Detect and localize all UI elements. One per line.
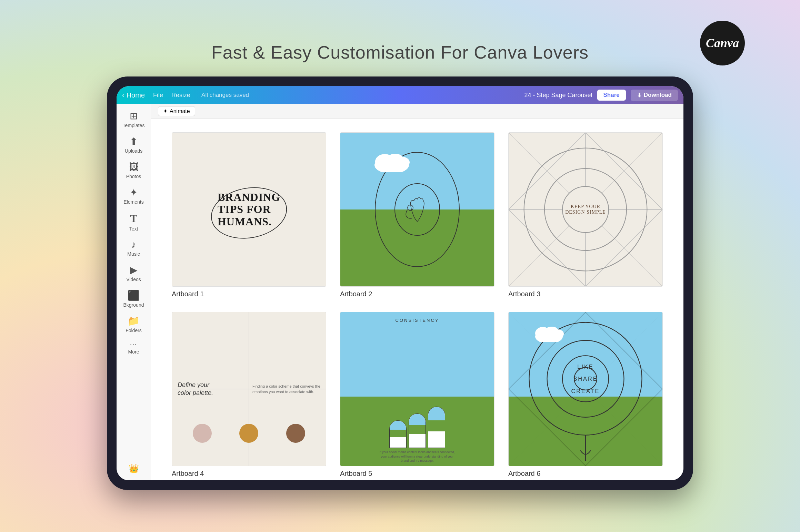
artboard-3-text: KEEP YOURDESIGN SIMPLE [565, 204, 606, 215]
sidebar-item-folders[interactable]: 📁 Folders [119, 313, 148, 336]
text-icon: T [130, 212, 137, 225]
uploads-label: Uploads [125, 148, 142, 154]
folders-icon: 📁 [128, 315, 140, 327]
home-label: Home [127, 91, 145, 99]
main-layout: ⊞ Templates ⬆ Uploads 🖼 Photos ✦ Element… [117, 104, 683, 480]
sidebar-item-templates[interactable]: ⊞ Templates [119, 108, 148, 131]
music-icon: ♪ [131, 239, 136, 250]
canva-logo-text: Canva [706, 36, 739, 50]
artboard-1-content: BRANDINGTIPS FORHUMANS. [211, 184, 287, 235]
artboard-5-card-3-inner [428, 407, 445, 431]
templates-icon: ⊞ [130, 110, 138, 122]
sidebar-item-uploads[interactable]: ⬆ Uploads [119, 133, 148, 156]
artboard-5-cell: CONSISTENCY [340, 312, 494, 478]
artboard-1-label: Artboard 1 [172, 290, 326, 298]
sidebar-item-elements[interactable]: ✦ Elements [119, 184, 148, 207]
chevron-left-icon: ‹ [122, 91, 124, 99]
download-label: Download [644, 92, 672, 99]
artboard-5-card-2-inner [409, 414, 426, 434]
artboard-5-card-2 [409, 413, 426, 448]
background-label: Bkground [123, 302, 144, 308]
tablet-screen: ‹ Home File Resize All changes saved 24 … [117, 86, 683, 480]
artboard-4-main-text: Define yourcolor palette. [178, 381, 243, 397]
artboard-5-card-1 [389, 420, 407, 448]
music-label: Music [127, 251, 140, 257]
svg-text:CREATE: CREATE [571, 388, 600, 394]
topbar-home-button[interactable]: ‹ Home [122, 91, 145, 99]
download-icon: ⬇ [637, 92, 642, 99]
sidebar-item-more[interactable]: ··· More [119, 338, 148, 357]
content-area: ✦ Animate BRANDINGTIPS FORHUMANS. [151, 104, 683, 480]
uploads-icon: ⬆ [130, 136, 138, 147]
artboard-3-thumbnail[interactable]: KEEP YOURDESIGN SIMPLE [508, 132, 663, 287]
cloud-shape [371, 151, 412, 173]
artboard-5-card-1-inner [390, 421, 406, 437]
artboard-4-label: Artboard 4 [172, 470, 326, 478]
more-label: More [128, 349, 139, 355]
background-icon: ⬛ [128, 290, 140, 301]
sidebar-item-videos[interactable]: ▶ Videos [119, 262, 148, 285]
topbar-right: 24 - Step Sage Carousel Share ⬇ Download [524, 90, 678, 101]
artboard-1-thumbnail[interactable]: BRANDINGTIPS FORHUMANS. [172, 132, 326, 287]
artboard-5-label: Artboard 5 [340, 470, 494, 478]
artboards-grid: BRANDINGTIPS FORHUMANS. Artboard 1 [151, 119, 683, 480]
svg-text:SHARE: SHARE [573, 376, 598, 382]
sidebar: ⊞ Templates ⬆ Uploads 🖼 Photos ✦ Element… [117, 104, 151, 480]
artboard-6-cloud [532, 325, 566, 343]
artboard-1-cell: BRANDINGTIPS FORHUMANS. Artboard 1 [172, 132, 326, 298]
color-circle-1 [193, 424, 212, 443]
svg-point-4 [395, 184, 440, 235]
sidebar-item-background[interactable]: ⬛ Bkground [119, 287, 148, 310]
artboard-3-center: KEEP YOURDESIGN SIMPLE [565, 204, 606, 215]
topbar-left: ‹ Home File Resize All changes saved [122, 91, 249, 99]
project-title: 24 - Step Sage Carousel [524, 92, 592, 99]
tablet-device: ‹ Home File Resize All changes saved 24 … [107, 76, 693, 490]
animate-label: Animate [170, 108, 190, 114]
resize-menu[interactable]: Resize [171, 92, 190, 99]
text-label: Text [129, 226, 138, 232]
folders-label: Folders [126, 328, 142, 333]
page-title: Fast & Easy Customisation For Canva Love… [211, 42, 589, 63]
artboard-4-thumbnail[interactable]: Define yourcolor palette. Finding a colo… [172, 312, 326, 466]
artboard-2-thumbnail[interactable] [340, 132, 494, 287]
videos-icon: ▶ [130, 264, 138, 276]
templates-label: Templates [123, 123, 145, 128]
artboard-5-card-3 [428, 407, 445, 448]
artboard-2-cell: Artboard 2 [340, 132, 494, 298]
artboard-5-thumbnail[interactable]: CONSISTENCY [340, 312, 494, 466]
file-menu[interactable]: File [153, 92, 163, 99]
artboard-5-title: CONSISTENCY [396, 318, 439, 323]
elements-icon: ✦ [130, 187, 138, 198]
svg-point-5 [408, 205, 413, 211]
sidebar-item-music[interactable]: ♪ Music [119, 236, 148, 259]
crown-icon: 👑 [129, 464, 139, 473]
artboard-5-desc: If your social media content looks and f… [378, 450, 457, 463]
download-button[interactable]: ⬇ Download [631, 90, 678, 101]
artboard-5-cards [389, 326, 445, 448]
artboard-3-cell: KEEP YOURDESIGN SIMPLE Artboard 3 [508, 132, 663, 298]
svg-text:LIKE: LIKE [577, 364, 593, 370]
artboard-6-cell: LIKE SHARE CREATE Artboard 6 [508, 312, 663, 478]
sidebar-item-photos[interactable]: 🖼 Photos [119, 158, 148, 182]
svg-point-22 [551, 329, 564, 338]
color-circle-2 [239, 424, 258, 443]
artboard-4-cell: Define yourcolor palette. Finding a colo… [172, 312, 326, 478]
topbar: ‹ Home File Resize All changes saved 24 … [117, 86, 683, 104]
elements-label: Elements [123, 199, 143, 205]
sparkle-icon: ✦ [163, 108, 168, 114]
sidebar-item-text[interactable]: T Text [119, 209, 148, 234]
share-button[interactable]: Share [597, 90, 626, 101]
animate-button[interactable]: ✦ Animate [158, 106, 195, 116]
saved-status: All changes saved [201, 92, 249, 99]
photos-icon: 🖼 [129, 161, 139, 173]
videos-label: Videos [126, 277, 141, 282]
artboard-4-circles [172, 424, 326, 443]
animate-bar: ✦ Animate [151, 104, 683, 119]
canva-logo-badge: Canva [700, 21, 745, 65]
more-icon: ··· [130, 341, 137, 348]
photos-label: Photos [126, 174, 141, 179]
artboard-2-label: Artboard 2 [340, 290, 494, 298]
color-circle-3 [286, 424, 305, 443]
artboard-6-thumbnail[interactable]: LIKE SHARE CREATE [508, 312, 663, 466]
artboard-6-label: Artboard 6 [508, 470, 663, 478]
